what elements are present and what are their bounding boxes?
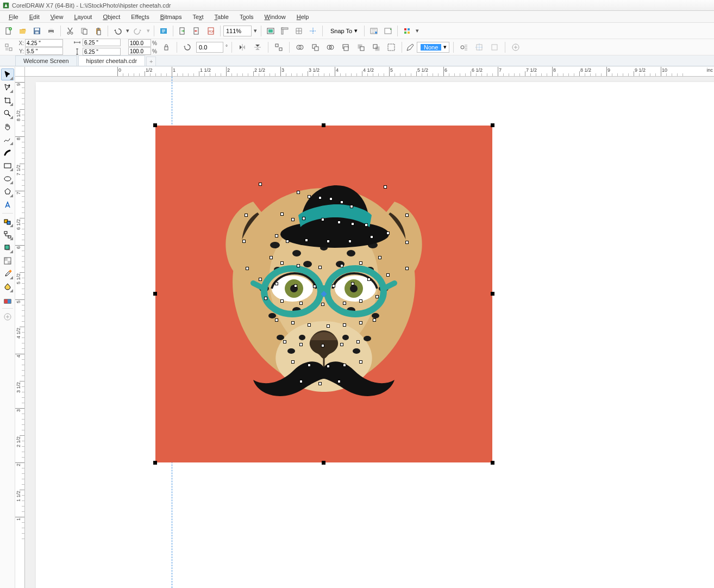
edit-node[interactable] bbox=[318, 266, 322, 269]
edit-node[interactable] bbox=[264, 297, 267, 300]
x-position-input[interactable] bbox=[25, 39, 63, 47]
zoom-dropdown[interactable]: ▾ bbox=[253, 26, 258, 36]
edit-node[interactable] bbox=[275, 234, 278, 237]
edit-node[interactable] bbox=[280, 261, 284, 265]
edit-node[interactable] bbox=[359, 360, 362, 364]
front-minus-back-button[interactable] bbox=[354, 41, 367, 54]
canvas[interactable] bbox=[25, 77, 714, 588]
zoom-tool[interactable] bbox=[1, 108, 14, 120]
zoom-level-input[interactable] bbox=[223, 26, 252, 36]
trim-button[interactable] bbox=[309, 41, 322, 54]
simplify-button[interactable] bbox=[339, 41, 352, 54]
edit-node[interactable] bbox=[356, 340, 360, 343]
edit-node[interactable] bbox=[378, 256, 381, 259]
selection-handle-bl[interactable] bbox=[153, 461, 157, 465]
quick-customize-button[interactable] bbox=[509, 41, 522, 54]
edit-node[interactable] bbox=[370, 235, 373, 239]
scale-y-input[interactable] bbox=[128, 47, 151, 55]
snap-to-button[interactable]: Snap To ▾ bbox=[325, 25, 361, 37]
menu-table[interactable]: Table bbox=[209, 12, 234, 21]
import-button[interactable] bbox=[176, 24, 189, 37]
save-button[interactable] bbox=[30, 24, 43, 37]
drop-shadow-tool[interactable] bbox=[1, 242, 14, 254]
outline-width-dropdown[interactable]: None ▾ bbox=[417, 42, 449, 53]
quick-customize-tool[interactable] bbox=[1, 311, 14, 323]
cut-button[interactable] bbox=[64, 24, 77, 37]
selection-handle-tr[interactable] bbox=[491, 123, 494, 127]
lock-ratio-button[interactable] bbox=[160, 41, 173, 54]
edit-node[interactable] bbox=[299, 380, 303, 383]
edit-node[interactable] bbox=[302, 217, 305, 220]
edit-node[interactable] bbox=[348, 240, 352, 243]
menu-window[interactable]: Window bbox=[259, 12, 291, 21]
selection-handle-mr[interactable] bbox=[491, 292, 494, 296]
publish-pdf-button[interactable]: PDF bbox=[204, 24, 217, 37]
edit-node[interactable] bbox=[280, 212, 284, 216]
edit-node[interactable] bbox=[318, 382, 322, 385]
back-minus-front-button[interactable] bbox=[369, 41, 383, 54]
edit-node[interactable] bbox=[242, 240, 246, 243]
edit-node[interactable] bbox=[405, 241, 409, 244]
pick-tool[interactable] bbox=[1, 68, 14, 80]
edit-node[interactable] bbox=[280, 299, 284, 303]
undo-button[interactable] bbox=[111, 24, 124, 37]
new-button[interactable] bbox=[2, 24, 15, 37]
edit-node[interactable] bbox=[308, 323, 311, 327]
paste-button[interactable] bbox=[92, 24, 105, 37]
menu-layout[interactable]: Layout bbox=[68, 12, 97, 21]
edit-node[interactable] bbox=[343, 302, 346, 305]
edit-node[interactable] bbox=[373, 318, 376, 322]
crop-tool[interactable] bbox=[1, 95, 14, 107]
selection-handle-br[interactable] bbox=[491, 461, 494, 465]
edit-node[interactable] bbox=[327, 324, 330, 328]
vertical-ruler[interactable]: 98 1/287 1/276 1/265 1/254 1/243 1/232 1… bbox=[15, 77, 25, 588]
edit-node[interactable] bbox=[297, 191, 300, 194]
edit-node[interactable] bbox=[246, 267, 249, 270]
weld-button[interactable] bbox=[293, 41, 306, 54]
create-boundary-button[interactable] bbox=[385, 41, 398, 54]
selection-handle-tl[interactable] bbox=[153, 123, 157, 127]
menu-effects[interactable]: Effects bbox=[126, 12, 154, 21]
edit-node[interactable] bbox=[321, 218, 324, 221]
edit-node[interactable] bbox=[337, 221, 341, 224]
edit-node[interactable] bbox=[337, 380, 341, 383]
edit-node[interactable] bbox=[386, 232, 390, 235]
edit-node[interactable] bbox=[340, 201, 343, 204]
edit-node[interactable] bbox=[359, 261, 362, 265]
app-launcher-dropdown[interactable]: ▾ bbox=[415, 26, 420, 36]
edit-node[interactable] bbox=[350, 205, 353, 208]
edit-node[interactable] bbox=[386, 273, 390, 277]
mirror-vertical-button[interactable] bbox=[251, 41, 264, 54]
search-content-button[interactable] bbox=[157, 24, 170, 37]
edit-node[interactable] bbox=[384, 185, 387, 189]
edit-node[interactable] bbox=[343, 323, 346, 327]
show-rulers-button[interactable] bbox=[278, 24, 291, 37]
edit-node[interactable] bbox=[332, 284, 335, 287]
export-button[interactable] bbox=[190, 24, 203, 37]
edit-node[interactable] bbox=[329, 197, 333, 201]
text-tool[interactable] bbox=[1, 199, 14, 211]
fullscreen-preview-button[interactable] bbox=[264, 24, 277, 37]
edit-node[interactable] bbox=[351, 282, 354, 285]
edit-node[interactable] bbox=[340, 264, 343, 267]
edit-node[interactable] bbox=[259, 183, 262, 186]
rectangle-tool[interactable] bbox=[1, 160, 14, 172]
horizontal-ruler[interactable]: 01/211 1/222 1/233 1/244 1/255 1/266 1/2… bbox=[25, 67, 714, 77]
intersect-button[interactable] bbox=[324, 41, 337, 54]
menu-help[interactable]: Help bbox=[291, 12, 315, 21]
edit-node[interactable] bbox=[245, 214, 248, 217]
height-input[interactable] bbox=[83, 48, 121, 55]
edit-node[interactable] bbox=[291, 218, 295, 221]
edit-node[interactable] bbox=[343, 364, 346, 367]
menu-bitmaps[interactable]: Bitmaps bbox=[155, 12, 187, 21]
edit-node[interactable] bbox=[321, 303, 324, 306]
edit-node[interactable] bbox=[299, 302, 303, 305]
edit-node[interactable] bbox=[297, 264, 300, 267]
edit-node[interactable] bbox=[321, 344, 324, 347]
mirror-horizontal-button[interactable] bbox=[236, 41, 249, 54]
add-tab-button[interactable]: + bbox=[146, 57, 156, 66]
edit-node[interactable] bbox=[275, 282, 278, 285]
wrap-text-button[interactable] bbox=[458, 41, 471, 54]
edit-node[interactable] bbox=[259, 278, 262, 281]
edit-node[interactable] bbox=[375, 295, 379, 298]
